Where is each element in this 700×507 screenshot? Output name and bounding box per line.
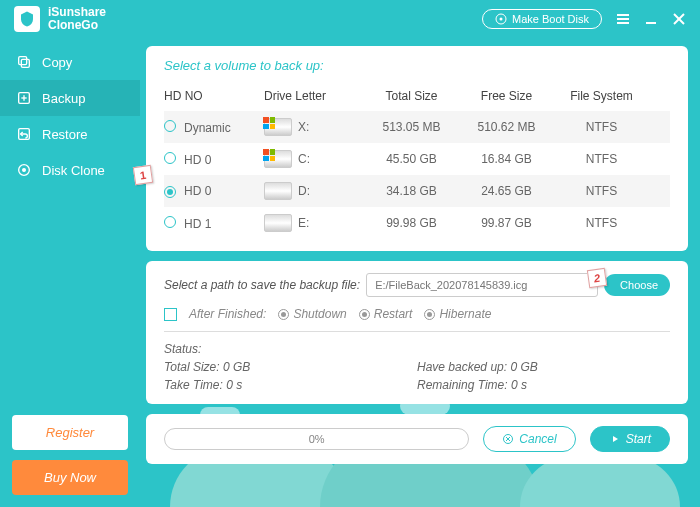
drive-letter: X:: [298, 120, 309, 134]
file-system: NTFS: [554, 120, 649, 134]
volume-row[interactable]: DynamicX:513.05 MB510.62 MBNTFS: [164, 111, 670, 143]
start-button[interactable]: Start: [590, 426, 670, 452]
total-size: 99.98 GB: [364, 216, 459, 230]
backup-path-input[interactable]: [366, 273, 598, 297]
close-icon[interactable]: [672, 12, 686, 26]
drive-icon: [264, 118, 292, 136]
volume-table-header: HD NO Drive Letter Total Size Free Size …: [164, 85, 670, 111]
free-size: 510.62 MB: [459, 120, 554, 134]
sidebar-item-label: Restore: [42, 127, 88, 142]
after-finished-row: After Finished: Shutdown Restart Hiberna…: [164, 307, 670, 321]
sidebar-item-label: Backup: [42, 91, 85, 106]
free-size: 99.87 GB: [459, 216, 554, 230]
volume-select-title: Select a volume to back up:: [164, 58, 670, 73]
total-size: 34.18 GB: [364, 184, 459, 198]
menu-icon[interactable]: [616, 12, 630, 26]
sidebar: Copy Backup Restore Disk Clone Register …: [0, 38, 140, 507]
minimize-icon[interactable]: [644, 12, 658, 26]
callout-1: 1: [133, 165, 153, 185]
main-panel: 1 Select a volume to back up: HD NO Driv…: [140, 38, 700, 507]
choose-path-button[interactable]: Choose: [604, 274, 670, 296]
sidebar-item-label: Disk Clone: [42, 163, 105, 178]
progress-card: 0% Cancel Start: [146, 414, 688, 464]
drive-letter: E:: [298, 216, 309, 230]
backup-settings-card: Select a path to save the backup file: 2…: [146, 261, 688, 404]
volume-radio[interactable]: [164, 186, 176, 198]
sidebar-item-disk-clone[interactable]: Disk Clone: [0, 152, 140, 188]
callout-2: 2: [587, 268, 607, 288]
sidebar-item-backup[interactable]: Backup: [0, 80, 140, 116]
app-name: iSunshareCloneGo: [48, 6, 106, 32]
volume-name: HD 0: [184, 184, 211, 198]
after-finished-label: After Finished:: [189, 307, 266, 321]
status-block: Status: Total Size: 0 GB Have backed up:…: [164, 342, 670, 392]
free-size: 24.65 GB: [459, 184, 554, 198]
volume-name: HD 1: [184, 217, 211, 231]
register-button[interactable]: Register: [12, 415, 128, 450]
total-size: 45.50 GB: [364, 152, 459, 166]
volume-name: HD 0: [184, 153, 211, 167]
titlebar: iSunshareCloneGo Make Boot Disk: [0, 0, 700, 38]
drive-icon: [264, 182, 292, 200]
after-finished-checkbox[interactable]: [164, 308, 177, 321]
svg-point-1: [499, 18, 502, 21]
file-system: NTFS: [554, 184, 649, 198]
after-hibernate-radio[interactable]: Hibernate: [424, 307, 491, 321]
sidebar-item-label: Copy: [42, 55, 72, 70]
file-system: NTFS: [554, 216, 649, 230]
sidebar-item-copy[interactable]: Copy: [0, 44, 140, 80]
status-title: Status:: [164, 342, 670, 356]
after-restart-radio[interactable]: Restart: [359, 307, 413, 321]
volume-name: Dynamic: [184, 121, 231, 135]
drive-letter: C:: [298, 152, 310, 166]
drive-icon: [264, 150, 292, 168]
drive-letter: D:: [298, 184, 310, 198]
buy-now-button[interactable]: Buy Now: [12, 460, 128, 495]
svg-marker-22: [613, 436, 618, 442]
volume-radio[interactable]: [164, 120, 176, 132]
sidebar-item-restore[interactable]: Restore: [0, 116, 140, 152]
make-boot-disk-button[interactable]: Make Boot Disk: [482, 9, 602, 29]
svg-rect-8: [21, 59, 29, 67]
free-size: 16.84 GB: [459, 152, 554, 166]
file-system: NTFS: [554, 152, 649, 166]
volume-radio[interactable]: [164, 216, 176, 228]
svg-point-15: [23, 169, 26, 172]
volume-row[interactable]: HD 0C:45.50 GB16.84 GBNTFS: [164, 143, 670, 175]
volume-row[interactable]: HD 1E:99.98 GB99.87 GBNTFS: [164, 207, 670, 239]
volume-radio[interactable]: [164, 152, 176, 164]
drive-icon: [264, 214, 292, 232]
total-size: 513.05 MB: [364, 120, 459, 134]
path-row: Select a path to save the backup file: 2…: [164, 273, 670, 297]
volume-row[interactable]: HD 0D:34.18 GB24.65 GBNTFS: [164, 175, 670, 207]
volume-select-card: 1 Select a volume to back up: HD NO Driv…: [146, 46, 688, 251]
path-label: Select a path to save the backup file:: [164, 278, 360, 292]
svg-rect-9: [19, 57, 27, 65]
progress-bar: 0%: [164, 428, 469, 450]
cancel-button[interactable]: Cancel: [483, 426, 575, 452]
app-logo: [14, 6, 40, 32]
after-shutdown-radio[interactable]: Shutdown: [278, 307, 346, 321]
